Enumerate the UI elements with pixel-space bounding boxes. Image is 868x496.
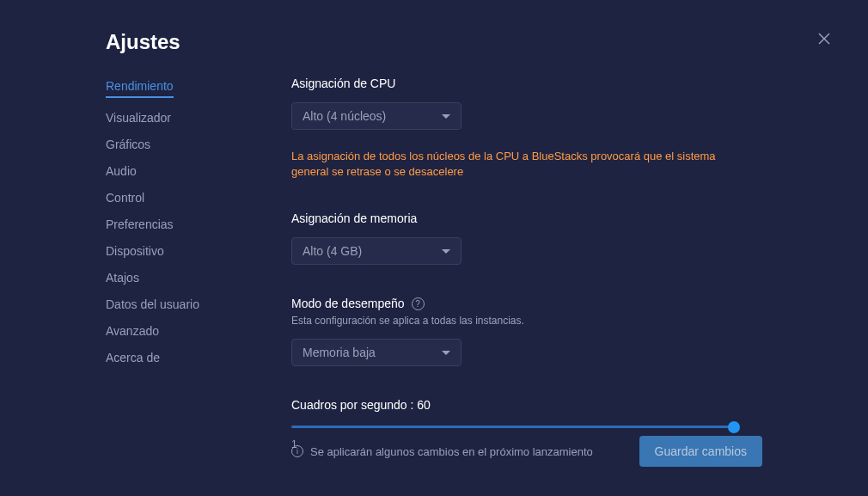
cpu-value: Alto (4 núcleos) (303, 109, 386, 123)
close-button[interactable] (818, 33, 832, 46)
sidebar-item-visualizador[interactable]: Visualizador (106, 111, 171, 125)
sidebar: Rendimiento Visualizador Gráficos Audio … (0, 0, 180, 496)
chevron-down-icon (442, 114, 450, 119)
sidebar-item-preferencias[interactable]: Preferencias (106, 217, 174, 231)
cpu-label: Asignación de CPU (291, 77, 832, 90)
sidebar-item-audio[interactable]: Audio (106, 164, 137, 178)
memory-value: Alto (4 GB) (303, 244, 362, 258)
sidebar-item-rendimiento[interactable]: Rendimiento (106, 79, 174, 98)
sidebar-item-avanzado[interactable]: Avanzado (106, 324, 159, 338)
performance-value: Memoria baja (303, 346, 376, 359)
help-icon[interactable]: ? (412, 297, 425, 310)
sidebar-item-acerca-de[interactable]: Acerca de (106, 351, 160, 364)
performance-dropdown[interactable]: Memoria baja (291, 339, 462, 366)
info-icon: i (291, 445, 303, 457)
chevron-down-icon (442, 249, 450, 254)
fps-label: Cuadros por segundo : 60 (291, 398, 832, 412)
cpu-dropdown[interactable]: Alto (4 núcleos) (291, 102, 462, 130)
save-button[interactable]: Guardar cambios (639, 436, 762, 467)
performance-label: Modo de desempeño ? (291, 297, 832, 310)
close-icon (818, 33, 830, 45)
performance-sublabel: Esta configuración se aplica a todas las… (291, 315, 832, 327)
sidebar-item-atajos[interactable]: Atajos (106, 271, 139, 285)
memory-label: Asignación de memoria (291, 211, 832, 225)
main-content: Asignación de CPU Alto (4 núcleos) La as… (180, 0, 868, 496)
slider-thumb[interactable] (728, 421, 740, 433)
footer-note: i Se aplicarán algunos cambios en el pró… (291, 445, 593, 458)
cpu-warning: La asignación de todos los núcleos de la… (291, 149, 738, 180)
page-title: Ajustes (106, 30, 180, 54)
chevron-down-icon (442, 351, 450, 355)
sidebar-item-dispositivo[interactable]: Dispositivo (106, 244, 164, 258)
sidebar-item-graficos[interactable]: Gráficos (106, 138, 150, 151)
memory-dropdown[interactable]: Alto (4 GB) (291, 237, 462, 265)
sidebar-item-control[interactable]: Control (106, 191, 144, 205)
